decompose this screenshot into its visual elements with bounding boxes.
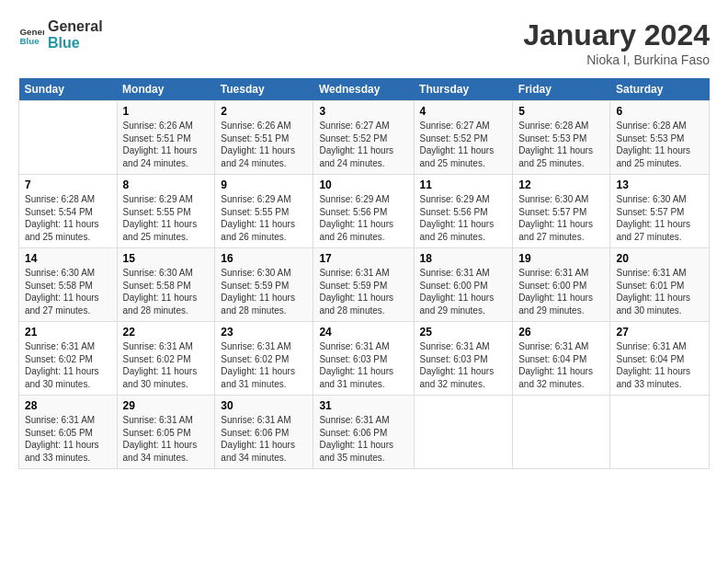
calendar-cell: 31Sunrise: 6:31 AM Sunset: 6:06 PM Dayli… <box>313 396 414 469</box>
calendar-cell: 18Sunrise: 6:31 AM Sunset: 6:00 PM Dayli… <box>414 248 513 322</box>
logo-icon: General Blue <box>18 22 44 48</box>
day-info: Sunrise: 6:31 AM Sunset: 6:02 PM Dayligh… <box>221 340 307 390</box>
day-info: Sunrise: 6:31 AM Sunset: 6:06 PM Dayligh… <box>221 414 307 464</box>
day-info: Sunrise: 6:31 AM Sunset: 6:03 PM Dayligh… <box>420 340 507 390</box>
day-info: Sunrise: 6:29 AM Sunset: 5:56 PM Dayligh… <box>420 193 507 243</box>
day-info: Sunrise: 6:31 AM Sunset: 6:00 PM Dayligh… <box>420 267 507 316</box>
calendar-cell: 16Sunrise: 6:30 AM Sunset: 5:59 PM Dayli… <box>215 248 313 322</box>
day-info: Sunrise: 6:31 AM Sunset: 6:06 PM Dayligh… <box>319 414 407 464</box>
day-info: Sunrise: 6:26 AM Sunset: 5:51 PM Dayligh… <box>221 120 307 169</box>
day-number: 24 <box>319 326 407 339</box>
day-info: Sunrise: 6:31 AM Sunset: 6:02 PM Dayligh… <box>25 340 111 390</box>
day-info: Sunrise: 6:31 AM Sunset: 6:03 PM Dayligh… <box>319 340 407 390</box>
day-number: 15 <box>123 252 210 265</box>
day-number: 27 <box>616 326 703 339</box>
day-info: Sunrise: 6:29 AM Sunset: 5:55 PM Dayligh… <box>221 193 307 243</box>
calendar-cell: 23Sunrise: 6:31 AM Sunset: 6:02 PM Dayli… <box>215 322 313 396</box>
calendar-cell: 3Sunrise: 6:27 AM Sunset: 5:52 PM Daylig… <box>313 101 414 175</box>
calendar-cell: 17Sunrise: 6:31 AM Sunset: 5:59 PM Dayli… <box>313 248 414 322</box>
day-info: Sunrise: 6:30 AM Sunset: 5:59 PM Dayligh… <box>221 267 307 316</box>
logo-blue: Blue <box>48 35 103 52</box>
day-info: Sunrise: 6:31 AM Sunset: 5:59 PM Dayligh… <box>319 267 407 316</box>
calendar-cell: 19Sunrise: 6:31 AM Sunset: 6:00 PM Dayli… <box>513 248 610 322</box>
week-row-1: 1Sunrise: 6:26 AM Sunset: 5:51 PM Daylig… <box>19 101 710 175</box>
calendar-cell: 14Sunrise: 6:30 AM Sunset: 5:58 PM Dayli… <box>19 248 118 322</box>
day-info: Sunrise: 6:28 AM Sunset: 5:53 PM Dayligh… <box>518 120 604 169</box>
calendar-cell: 4Sunrise: 6:27 AM Sunset: 5:52 PM Daylig… <box>414 101 513 175</box>
day-info: Sunrise: 6:31 AM Sunset: 6:04 PM Dayligh… <box>518 340 604 390</box>
logo: General Blue General Blue <box>18 18 103 51</box>
day-number: 13 <box>616 178 703 191</box>
calendar-cell: 13Sunrise: 6:30 AM Sunset: 5:57 PM Dayli… <box>610 175 710 248</box>
day-info: Sunrise: 6:30 AM Sunset: 5:58 PM Dayligh… <box>123 267 210 316</box>
calendar-cell: 11Sunrise: 6:29 AM Sunset: 5:56 PM Dayli… <box>414 175 513 248</box>
day-header-wednesday: Wednesday <box>313 78 414 101</box>
calendar-cell: 22Sunrise: 6:31 AM Sunset: 6:02 PM Dayli… <box>117 322 215 396</box>
calendar-body: 1Sunrise: 6:26 AM Sunset: 5:51 PM Daylig… <box>19 101 710 469</box>
calendar-cell <box>19 101 118 175</box>
calendar-cell: 29Sunrise: 6:31 AM Sunset: 6:05 PM Dayli… <box>117 396 215 469</box>
day-number: 11 <box>420 178 507 191</box>
day-info: Sunrise: 6:26 AM Sunset: 5:51 PM Dayligh… <box>123 120 210 169</box>
calendar-table: SundayMondayTuesdayWednesdayThursdayFrid… <box>18 78 710 469</box>
day-info: Sunrise: 6:29 AM Sunset: 5:56 PM Dayligh… <box>319 193 407 243</box>
day-info: Sunrise: 6:31 AM Sunset: 6:01 PM Dayligh… <box>616 267 703 316</box>
day-number: 9 <box>221 178 307 191</box>
day-number: 4 <box>420 105 507 118</box>
day-info: Sunrise: 6:31 AM Sunset: 6:05 PM Dayligh… <box>25 414 111 464</box>
week-row-4: 21Sunrise: 6:31 AM Sunset: 6:02 PM Dayli… <box>19 322 710 396</box>
week-row-5: 28Sunrise: 6:31 AM Sunset: 6:05 PM Dayli… <box>19 396 710 469</box>
calendar-cell: 2Sunrise: 6:26 AM Sunset: 5:51 PM Daylig… <box>215 101 313 175</box>
week-row-3: 14Sunrise: 6:30 AM Sunset: 5:58 PM Dayli… <box>19 248 710 322</box>
calendar-cell: 9Sunrise: 6:29 AM Sunset: 5:55 PM Daylig… <box>215 175 313 248</box>
day-info: Sunrise: 6:31 AM Sunset: 6:04 PM Dayligh… <box>616 340 703 390</box>
calendar-cell: 7Sunrise: 6:28 AM Sunset: 5:54 PM Daylig… <box>19 175 118 248</box>
day-number: 2 <box>221 105 307 118</box>
calendar-cell: 27Sunrise: 6:31 AM Sunset: 6:04 PM Dayli… <box>610 322 710 396</box>
day-number: 5 <box>518 105 604 118</box>
day-header-friday: Friday <box>513 78 610 101</box>
day-number: 28 <box>25 399 111 412</box>
calendar-cell: 28Sunrise: 6:31 AM Sunset: 6:05 PM Dayli… <box>19 396 118 469</box>
day-number: 21 <box>25 326 111 339</box>
month-title: January 2024 <box>523 18 710 52</box>
day-header-tuesday: Tuesday <box>215 78 313 101</box>
calendar-cell: 21Sunrise: 6:31 AM Sunset: 6:02 PM Dayli… <box>19 322 118 396</box>
day-header-thursday: Thursday <box>414 78 513 101</box>
calendar-cell: 20Sunrise: 6:31 AM Sunset: 6:01 PM Dayli… <box>610 248 710 322</box>
day-number: 10 <box>319 178 407 191</box>
day-info: Sunrise: 6:28 AM Sunset: 5:54 PM Dayligh… <box>25 193 111 243</box>
day-number: 29 <box>123 399 210 412</box>
day-info: Sunrise: 6:31 AM Sunset: 6:00 PM Dayligh… <box>518 267 604 316</box>
day-info: Sunrise: 6:27 AM Sunset: 5:52 PM Dayligh… <box>319 120 407 169</box>
day-number: 30 <box>221 399 307 412</box>
calendar-cell: 15Sunrise: 6:30 AM Sunset: 5:58 PM Dayli… <box>117 248 215 322</box>
day-info: Sunrise: 6:30 AM Sunset: 5:57 PM Dayligh… <box>616 193 703 243</box>
week-row-2: 7Sunrise: 6:28 AM Sunset: 5:54 PM Daylig… <box>19 175 710 248</box>
day-number: 16 <box>221 252 307 265</box>
day-header-saturday: Saturday <box>610 78 710 101</box>
day-number: 6 <box>616 105 703 118</box>
day-number: 17 <box>319 252 407 265</box>
calendar-cell <box>414 396 513 469</box>
calendar-cell: 24Sunrise: 6:31 AM Sunset: 6:03 PM Dayli… <box>313 322 414 396</box>
day-header-monday: Monday <box>117 78 215 101</box>
day-info: Sunrise: 6:27 AM Sunset: 5:52 PM Dayligh… <box>420 120 507 169</box>
title-section: January 2024 Nioka I, Burkina Faso <box>523 18 710 67</box>
day-number: 14 <box>25 252 111 265</box>
day-info: Sunrise: 6:30 AM Sunset: 5:57 PM Dayligh… <box>518 193 604 243</box>
calendar-cell: 8Sunrise: 6:29 AM Sunset: 5:55 PM Daylig… <box>117 175 215 248</box>
svg-text:Blue: Blue <box>19 35 40 45</box>
day-number: 20 <box>616 252 703 265</box>
day-header-sunday: Sunday <box>19 78 118 101</box>
day-number: 3 <box>319 105 407 118</box>
day-number: 25 <box>420 326 507 339</box>
day-info: Sunrise: 6:29 AM Sunset: 5:55 PM Dayligh… <box>123 193 210 243</box>
calendar-cell: 12Sunrise: 6:30 AM Sunset: 5:57 PM Dayli… <box>513 175 610 248</box>
location-subtitle: Nioka I, Burkina Faso <box>523 52 710 67</box>
calendar-cell <box>610 396 710 469</box>
calendar-cell: 26Sunrise: 6:31 AM Sunset: 6:04 PM Dayli… <box>513 322 610 396</box>
day-number: 19 <box>518 252 604 265</box>
calendar-cell <box>513 396 610 469</box>
day-number: 8 <box>123 178 210 191</box>
